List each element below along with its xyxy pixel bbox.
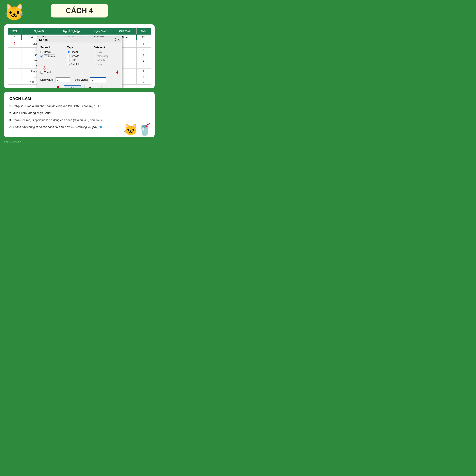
- date-unit-options: Day Weekday Month Year: [94, 51, 118, 66]
- date-unit-section: Date unit Day Weekday Month: [94, 46, 118, 67]
- day-radio: [94, 51, 96, 53]
- rows-radio[interactable]: [40, 51, 43, 53]
- col-nghe-si: Nghệ Sĩ: [21, 28, 56, 34]
- linear-label: Linear: [71, 51, 78, 53]
- growth-radio[interactable]: [67, 55, 70, 57]
- cancel-button[interactable]: Cancel: [84, 85, 102, 88]
- trend-checkbox[interactable]: [40, 71, 43, 74]
- month-radio: [94, 59, 96, 61]
- dialog-title-bar: Series ? ×: [37, 37, 122, 43]
- trend-label: Trend: [44, 71, 51, 74]
- columns-option[interactable]: Columns: [40, 54, 65, 58]
- month-label: Month: [97, 59, 105, 62]
- badge-4: 4: [116, 69, 118, 75]
- day-label: Day: [97, 51, 102, 53]
- weekday-label: Weekday: [97, 54, 109, 57]
- dialog-sections: Series in Rows Columns Type: [40, 46, 118, 67]
- autofill-label: AutoFill: [71, 63, 79, 66]
- day-option[interactable]: Day: [94, 51, 118, 53]
- cat-left-icon: 🐱: [4, 4, 24, 20]
- rows-label: Rows: [44, 51, 51, 53]
- cell-age: 28: [137, 34, 151, 40]
- spreadsheet-panel: STT Nghệ Sĩ Nghề Nghiệp Ngày Sinh Giới T…: [4, 24, 155, 88]
- step-stop-row: Step value: Stop value:: [40, 77, 118, 82]
- type-options: Linear Growth Date AutoFill: [67, 51, 92, 66]
- rows-option[interactable]: Rows: [40, 51, 65, 53]
- linear-option[interactable]: Linear: [67, 51, 92, 53]
- instructions-panel: CÁCH LÀM 1. Nhập số 1 vào ô thứ nhất, sa…: [4, 92, 155, 137]
- help-button[interactable]: ?: [115, 38, 117, 42]
- cell-stt: 1: [8, 34, 21, 40]
- col-nghe-nghiep: Nghề Nghiệp: [56, 28, 87, 34]
- autofill-option[interactable]: AutoFill: [67, 63, 92, 66]
- dialog-buttons: 5 OK Cancel: [40, 85, 118, 88]
- dialog-title: Series: [39, 38, 48, 41]
- step-2: 2. Mục Fill trỏ xuống chọn Serier: [9, 111, 149, 115]
- series-in-section: Series in Rows Columns: [40, 46, 65, 67]
- col-gioi-tinh: Giới Tính: [113, 28, 136, 34]
- col-ngay-sinh: Ngày Sinh: [87, 28, 113, 34]
- linear-radio[interactable]: [67, 51, 70, 53]
- dialog-body: Series in Rows Columns Type: [37, 43, 122, 88]
- date-option[interactable]: Date: [67, 59, 92, 62]
- growth-label: Growth: [71, 54, 79, 57]
- series-in-options: Rows Columns: [40, 51, 65, 58]
- autofill-radio[interactable]: [67, 63, 70, 66]
- date-label: Date: [71, 59, 76, 62]
- col-tuoi: Tuổi: [137, 28, 151, 34]
- series-in-label: Series in: [40, 46, 65, 49]
- type-label: Type: [67, 46, 92, 49]
- title-banner: CÁCH 4: [51, 4, 108, 17]
- step-1: 1. Nhập số 1 vào ô thứ nhất, sau đó clic…: [9, 104, 149, 108]
- month-option[interactable]: Month: [94, 59, 118, 62]
- columns-radio[interactable]: [40, 55, 43, 58]
- date-radio[interactable]: [67, 59, 70, 61]
- cell-stt-badge: 1: [8, 40, 21, 48]
- series-dialog: Series ? × Series in Rows: [37, 36, 122, 88]
- badge-5: 5: [57, 85, 59, 88]
- growth-option[interactable]: Growth: [67, 54, 92, 57]
- step-value-input[interactable]: [55, 77, 70, 82]
- close-icon[interactable]: ×: [118, 38, 120, 42]
- year-label: Year: [97, 63, 103, 66]
- year-radio: [94, 63, 96, 66]
- step-value-label: Step value:: [40, 78, 54, 81]
- weekday-radio: [94, 55, 96, 57]
- columns-label: Columns: [44, 54, 56, 58]
- instructions-heading: CÁCH LÀM: [9, 96, 149, 101]
- stop-value-label: Stop value:: [75, 78, 88, 81]
- col-stt: STT: [8, 28, 21, 34]
- step-3: 3. Chọn Column, Stop value là số dòng cầ…: [9, 118, 149, 122]
- cell-age: 5: [137, 40, 151, 48]
- bottom-cats-icon: 🐱🥤: [124, 124, 152, 135]
- trend-row: Trend 4: [40, 69, 118, 75]
- ok-button[interactable]: OK: [64, 85, 81, 88]
- weekday-option[interactable]: Weekday: [94, 54, 118, 57]
- type-section: Type Linear Growth Date: [67, 46, 92, 67]
- page-title: CÁCH 4: [59, 6, 100, 15]
- date-unit-label: Date unit: [94, 46, 118, 49]
- dialog-controls[interactable]: ? ×: [115, 38, 120, 42]
- year-option[interactable]: Year: [94, 63, 118, 66]
- footer-url: https://iexcel.vn: [4, 140, 155, 143]
- badge-3: 3: [43, 66, 46, 71]
- stop-value-input[interactable]: [90, 77, 106, 82]
